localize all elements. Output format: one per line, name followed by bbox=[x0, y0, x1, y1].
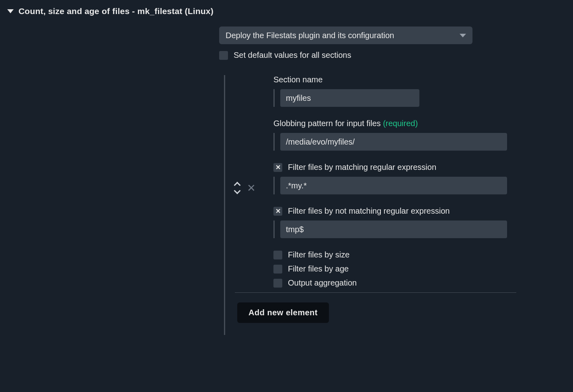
filter-notmatch-label: Filter files by not matching regular exp… bbox=[288, 206, 450, 216]
defaults-checkbox-label: Set default values for all sections bbox=[234, 51, 351, 60]
filter-match-label: Filter files by matching regular express… bbox=[288, 163, 436, 172]
deploy-mode-dropdown[interactable]: Deploy the Filestats plugin and its conf… bbox=[219, 27, 472, 44]
section-name-input[interactable] bbox=[280, 89, 419, 107]
chevron-down-icon bbox=[460, 34, 466, 37]
filter-match-checkbox[interactable] bbox=[273, 163, 282, 172]
filter-size-label: Filter files by size bbox=[288, 250, 349, 259]
filter-size-checkbox[interactable] bbox=[273, 251, 282, 259]
collapse-toggle-icon[interactable] bbox=[7, 9, 14, 13]
filter-age-label: Filter files by age bbox=[288, 264, 349, 274]
section-name-label: Section name bbox=[273, 75, 573, 84]
filter-match-input[interactable] bbox=[280, 177, 507, 194]
field-indent-bar bbox=[273, 220, 275, 238]
filter-notmatch-input[interactable] bbox=[280, 220, 507, 238]
reorder-handle[interactable] bbox=[235, 183, 240, 193]
glob-pattern-input[interactable] bbox=[280, 133, 507, 151]
page-title: Count, size and age of files - mk_filest… bbox=[18, 6, 214, 16]
filter-age-checkbox[interactable] bbox=[273, 265, 282, 274]
required-badge: (required) bbox=[383, 119, 418, 128]
section-indent-bar bbox=[224, 75, 225, 335]
add-element-button[interactable]: Add new element bbox=[237, 302, 329, 323]
defaults-checkbox[interactable] bbox=[219, 51, 228, 60]
remove-section-button[interactable]: ✕ bbox=[247, 183, 256, 193]
section-divider bbox=[235, 292, 516, 293]
field-indent-bar bbox=[273, 133, 275, 151]
output-aggregation-checkbox[interactable] bbox=[273, 279, 282, 288]
glob-pattern-label: Globbing pattern for input files (requir… bbox=[273, 119, 573, 128]
dropdown-selected-label: Deploy the Filestats plugin and its conf… bbox=[226, 31, 394, 40]
chevron-down-icon[interactable] bbox=[234, 188, 241, 194]
glob-label-text: Globbing pattern for input files bbox=[273, 119, 381, 128]
output-aggregation-label: Output aggregation bbox=[288, 278, 357, 288]
field-indent-bar bbox=[273, 89, 275, 107]
filter-notmatch-checkbox[interactable] bbox=[273, 207, 282, 216]
field-indent-bar bbox=[273, 177, 275, 194]
